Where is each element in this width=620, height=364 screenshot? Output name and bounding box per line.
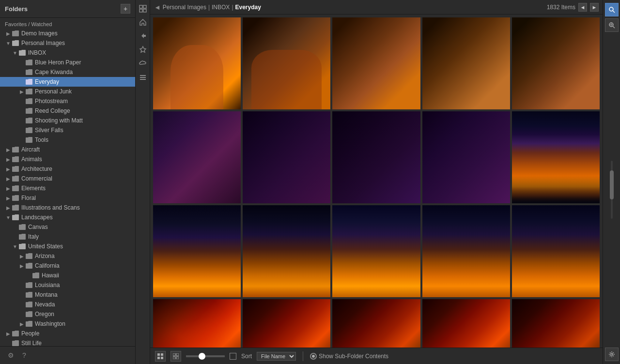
folder-icon <box>18 243 26 250</box>
svg-rect-12 <box>173 353 175 356</box>
photo-thumbnail[interactable] <box>512 299 600 348</box>
sidebar-item-floral[interactable]: ▶ Floral <box>0 193 135 203</box>
prev-page-button[interactable]: ◄ <box>578 3 587 12</box>
photo-thumbnail[interactable] <box>153 299 241 348</box>
sidebar-item-people[interactable]: ▶ People <box>0 329 135 338</box>
sidebar-item-label: California <box>35 262 60 269</box>
photo-thumbnail[interactable] <box>153 205 241 297</box>
subfolder-toggle[interactable]: Show Sub-Folder Contents <box>310 353 388 360</box>
thumbnail-size-slider[interactable] <box>186 355 225 357</box>
folder-icon <box>12 146 19 153</box>
subfolder-radio[interactable] <box>310 353 317 360</box>
sidebar-item-label: Elements <box>21 185 46 192</box>
photo-thumbnail[interactable] <box>422 205 510 297</box>
photo-thumbnail[interactable] <box>153 17 241 109</box>
sidebar-item-label: People <box>21 330 39 337</box>
folder-icon <box>25 311 33 318</box>
cloud-button[interactable] <box>137 57 149 69</box>
photo-thumbnail[interactable] <box>243 111 330 203</box>
search-filter-button[interactable] <box>605 3 619 16</box>
item-count: 1832 Items ◄ ► <box>547 3 599 12</box>
grid-large-button[interactable] <box>170 351 181 362</box>
sidebar-item-architecture[interactable]: ▶ Architecture <box>0 164 135 174</box>
folder-icon <box>12 40 19 46</box>
sidebar-item-still-life[interactable]: Still Life <box>0 338 135 346</box>
sidebar-item-canvas[interactable]: Canvas <box>0 222 135 232</box>
settings-panel-button[interactable] <box>605 348 619 361</box>
sidebar-item-animals[interactable]: ▶ Animals <box>0 154 135 164</box>
metadata-search-button[interactable] <box>605 18 619 32</box>
sidebar-item-reed-college[interactable]: Reed College <box>0 106 135 116</box>
photo-thumbnail[interactable] <box>153 111 241 203</box>
breadcrumb-inbox[interactable]: INBOX <box>212 4 230 11</box>
photo-thumbnail[interactable] <box>512 111 600 203</box>
settings-icon[interactable]: ⚙ <box>5 349 16 361</box>
photo-thumbnail[interactable] <box>422 299 510 348</box>
home-button[interactable] <box>137 16 149 28</box>
sidebar-item-label: Aircraft <box>21 146 40 153</box>
breadcrumb-personal-images[interactable]: Personal Images <box>163 4 206 11</box>
sidebar-item-blue-heron[interactable]: Blue Heron Paper <box>0 58 135 67</box>
sidebar-item-cape-kiwanda[interactable]: Cape Kiwanda <box>0 67 135 77</box>
sidebar-item-landscapes[interactable]: ▼ Landscapes <box>0 212 135 222</box>
sidebar-item-label: Everyday <box>35 78 59 85</box>
sidebar-item-label: Still Life <box>21 340 42 346</box>
photo-thumbnail[interactable] <box>243 17 330 109</box>
photo-thumbnail[interactable] <box>332 205 420 297</box>
photo-thumbnail[interactable] <box>422 111 510 203</box>
svg-rect-7 <box>140 79 146 80</box>
sidebar-item-personal-images[interactable]: ▼ Personal Images <box>0 38 135 48</box>
scrollbar-thumb[interactable] <box>610 170 614 199</box>
add-folder-button[interactable]: + <box>121 4 130 14</box>
grid-small-button[interactable] <box>155 351 166 362</box>
next-page-button[interactable]: ► <box>590 3 599 12</box>
sidebar-item-nevada[interactable]: Nevada <box>0 300 135 309</box>
sidebar-item-tools[interactable]: Tools <box>0 135 135 145</box>
sidebar-item-aircraft[interactable]: ▶ Aircraft <box>0 145 135 154</box>
back-button[interactable] <box>137 30 149 42</box>
sidebar-item-label: Landscapes <box>21 214 53 221</box>
photo-thumbnail[interactable] <box>512 205 600 297</box>
star-button[interactable] <box>137 44 149 55</box>
sidebar-item-elements[interactable]: ▶ Elements <box>0 183 135 193</box>
sidebar-item-personal-junk[interactable]: ▶ Personal Junk <box>0 87 135 96</box>
svg-rect-11 <box>161 357 163 359</box>
sidebar-item-montana[interactable]: Montana <box>0 290 135 300</box>
sidebar-item-oregon[interactable]: Oregon <box>0 309 135 319</box>
sort-select[interactable]: File Name Date Size <box>257 352 296 361</box>
sidebar-item-commercial[interactable]: ▶ Commercial <box>0 174 135 183</box>
sidebar-item-photostream[interactable]: Photostream <box>0 96 135 106</box>
select-all-checkbox[interactable] <box>230 353 236 360</box>
sidebar-item-shooting-matt[interactable]: Shooting with Matt <box>0 116 135 125</box>
sidebar-item-italy[interactable]: Italy <box>0 232 135 242</box>
expand-icon: ▶ <box>5 205 12 211</box>
sidebar-item-label: Animals <box>21 156 42 163</box>
sidebar-item-hawaii[interactable]: Hawaii <box>0 271 135 280</box>
sidebar-item-arizona[interactable]: ▶ Arizona <box>0 251 135 261</box>
sidebar-item-louisiana[interactable]: Louisiana <box>0 280 135 290</box>
sidebar-item-illustrations[interactable]: ▶ Illustrations and Scans <box>0 203 135 212</box>
folder-icon <box>18 233 26 240</box>
sidebar-item-everyday[interactable]: Everyday <box>0 77 135 87</box>
back-nav-button[interactable]: ◄ <box>154 3 161 11</box>
photo-thumbnail[interactable] <box>512 17 600 109</box>
sidebar-item-silver-falls[interactable]: Silver Falls <box>0 125 135 135</box>
photo-thumbnail[interactable] <box>332 111 420 203</box>
photo-thumbnail[interactable] <box>422 17 510 109</box>
svg-rect-3 <box>143 9 146 12</box>
sidebar-item-california[interactable]: ▶ California <box>0 261 135 271</box>
sidebar-item-united-states[interactable]: ▼ United States <box>0 242 135 251</box>
sidebar-item-inbox[interactable]: ▼ INBOX <box>0 48 135 58</box>
layers-button[interactable] <box>137 71 149 82</box>
sidebar-item-washington[interactable]: ▶ Washington <box>0 319 135 329</box>
expand-icon: ▶ <box>5 147 12 152</box>
photo-thumbnail[interactable] <box>332 299 420 348</box>
sidebar-item-demo-images[interactable]: ▶ Demo Images <box>0 29 135 38</box>
grid-view-button[interactable] <box>137 3 149 15</box>
help-icon[interactable]: ? <box>18 349 30 361</box>
folder-icon <box>25 127 33 134</box>
photo-thumbnail[interactable] <box>332 17 420 109</box>
folder-icon <box>18 224 26 230</box>
photo-thumbnail[interactable] <box>243 205 330 297</box>
photo-thumbnail[interactable] <box>243 299 330 348</box>
